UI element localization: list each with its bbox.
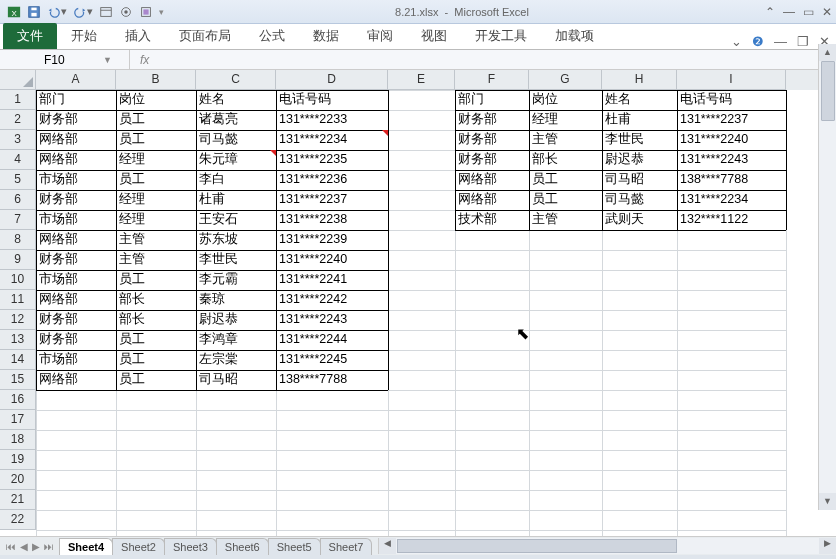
cell-A1[interactable]: 部门 xyxy=(36,90,116,110)
cell-C4[interactable]: 朱元璋 xyxy=(196,150,276,170)
cell-B8[interactable]: 主管 xyxy=(116,230,196,250)
tab-last-icon[interactable]: ⏭ xyxy=(44,541,54,552)
row-header-6[interactable]: 6 xyxy=(0,190,36,210)
cell-D13[interactable]: 131****2244 xyxy=(276,330,388,350)
horizontal-scrollbar[interactable]: ◀ ▶ xyxy=(378,538,836,554)
cell-C14[interactable]: 左宗棠 xyxy=(196,350,276,370)
row-header-9[interactable]: 9 xyxy=(0,250,36,270)
qat-icon-2[interactable] xyxy=(119,5,133,19)
cell-D14[interactable]: 131****2245 xyxy=(276,350,388,370)
cell-B10[interactable]: 员工 xyxy=(116,270,196,290)
tab-first-icon[interactable]: ⏮ xyxy=(6,541,16,552)
row-header-17[interactable]: 17 xyxy=(0,410,36,430)
qat-dropdown-icon[interactable]: ▾ xyxy=(159,7,164,17)
row-header-2[interactable]: 2 xyxy=(0,110,36,130)
row-header-10[interactable]: 10 xyxy=(0,270,36,290)
row-header-19[interactable]: 19 xyxy=(0,450,36,470)
cell-B9[interactable]: 主管 xyxy=(116,250,196,270)
vertical-scrollbar[interactable]: ▲ ▼ xyxy=(818,44,836,510)
cell-A4[interactable]: 网络部 xyxy=(36,150,116,170)
fx-icon[interactable]: fx xyxy=(140,53,149,67)
scroll-up-icon[interactable]: ▲ xyxy=(819,44,836,61)
cell-A7[interactable]: 市场部 xyxy=(36,210,116,230)
cell-D5[interactable]: 131****2236 xyxy=(276,170,388,190)
cell-B11[interactable]: 部长 xyxy=(116,290,196,310)
cell-D9[interactable]: 131****2240 xyxy=(276,250,388,270)
cell-G1[interactable]: 岗位 xyxy=(529,90,602,110)
save-icon[interactable] xyxy=(27,5,41,19)
cell-H1[interactable]: 姓名 xyxy=(602,90,677,110)
cell-A9[interactable]: 财务部 xyxy=(36,250,116,270)
sheet-tab-Sheet5[interactable]: Sheet5 xyxy=(268,538,321,555)
cell-A13[interactable]: 财务部 xyxy=(36,330,116,350)
ribbon-tab-4[interactable]: 数据 xyxy=(299,22,353,49)
cell-H2[interactable]: 杜甫 xyxy=(602,110,677,130)
cell-F7[interactable]: 技术部 xyxy=(455,210,529,230)
ribbon-tab-7[interactable]: 开发工具 xyxy=(461,22,541,49)
ribbon-tab-6[interactable]: 视图 xyxy=(407,22,461,49)
cell-B12[interactable]: 部长 xyxy=(116,310,196,330)
row-header-15[interactable]: 15 xyxy=(0,370,36,390)
col-header-H[interactable]: H xyxy=(602,70,677,90)
redo-icon[interactable]: ▾ xyxy=(73,5,93,19)
cell-A2[interactable]: 财务部 xyxy=(36,110,116,130)
cell-I5[interactable]: 138****7788 xyxy=(677,170,786,190)
cell-C13[interactable]: 李鸿章 xyxy=(196,330,276,350)
row-header-20[interactable]: 20 xyxy=(0,470,36,490)
sheet-tab-Sheet7[interactable]: Sheet7 xyxy=(320,538,373,555)
cell-C3[interactable]: 司马懿 xyxy=(196,130,276,150)
cell-C1[interactable]: 姓名 xyxy=(196,90,276,110)
ribbon-tab-8[interactable]: 加载项 xyxy=(541,22,608,49)
cell-C15[interactable]: 司马昭 xyxy=(196,370,276,390)
namebox-dropdown-icon[interactable]: ▼ xyxy=(100,55,115,65)
cell-B3[interactable]: 员工 xyxy=(116,130,196,150)
cell-C9[interactable]: 李世民 xyxy=(196,250,276,270)
cell-C8[interactable]: 苏东坡 xyxy=(196,230,276,250)
cell-A15[interactable]: 网络部 xyxy=(36,370,116,390)
row-header-11[interactable]: 11 xyxy=(0,290,36,310)
tab-next-icon[interactable]: ▶ xyxy=(32,541,40,552)
sheet-restore-icon[interactable]: ❐ xyxy=(797,34,809,49)
cell-H3[interactable]: 李世民 xyxy=(602,130,677,150)
row-header-4[interactable]: 4 xyxy=(0,150,36,170)
cell-F6[interactable]: 网络部 xyxy=(455,190,529,210)
cell-C2[interactable]: 诸葛亮 xyxy=(196,110,276,130)
ribbon-tab-3[interactable]: 公式 xyxy=(245,22,299,49)
cell-G4[interactable]: 部长 xyxy=(529,150,602,170)
cell-D12[interactable]: 131****2243 xyxy=(276,310,388,330)
cell-A8[interactable]: 网络部 xyxy=(36,230,116,250)
sheet-tab-Sheet4[interactable]: Sheet4 xyxy=(59,538,113,555)
cell-D15[interactable]: 138****7788 xyxy=(276,370,388,390)
col-header-E[interactable]: E xyxy=(388,70,455,90)
sheet-tab-Sheet3[interactable]: Sheet3 xyxy=(164,538,217,555)
cell-B5[interactable]: 员工 xyxy=(116,170,196,190)
row-header-16[interactable]: 16 xyxy=(0,390,36,410)
col-header-A[interactable]: A xyxy=(36,70,116,90)
row-header-21[interactable]: 21 xyxy=(0,490,36,510)
sheet-minimize-icon[interactable]: — xyxy=(774,34,787,49)
cell-D3[interactable]: 131****2234 xyxy=(276,130,388,150)
cell-G3[interactable]: 主管 xyxy=(529,130,602,150)
col-header-F[interactable]: F xyxy=(455,70,529,90)
cell-D7[interactable]: 131****2238 xyxy=(276,210,388,230)
sheet-tab-Sheet2[interactable]: Sheet2 xyxy=(112,538,165,555)
cell-F2[interactable]: 财务部 xyxy=(455,110,529,130)
cell-C5[interactable]: 李白 xyxy=(196,170,276,190)
cell-H5[interactable]: 司马昭 xyxy=(602,170,677,190)
row-header-18[interactable]: 18 xyxy=(0,430,36,450)
minimize-icon[interactable]: — xyxy=(783,5,795,19)
row-header-22[interactable]: 22 xyxy=(0,510,36,530)
col-header-D[interactable]: D xyxy=(276,70,388,90)
row-header-13[interactable]: 13 xyxy=(0,330,36,350)
cell-B13[interactable]: 员工 xyxy=(116,330,196,350)
file-tab[interactable]: 文件 xyxy=(3,23,57,49)
cell-D6[interactable]: 131****2237 xyxy=(276,190,388,210)
cell-B4[interactable]: 经理 xyxy=(116,150,196,170)
tab-prev-icon[interactable]: ◀ xyxy=(20,541,28,552)
cell-D1[interactable]: 电话号码 xyxy=(276,90,388,110)
ribbon-tab-2[interactable]: 页面布局 xyxy=(165,22,245,49)
row-header-5[interactable]: 5 xyxy=(0,170,36,190)
cell-I2[interactable]: 131****2237 xyxy=(677,110,786,130)
col-header-I[interactable]: I xyxy=(677,70,786,90)
cell-H6[interactable]: 司马懿 xyxy=(602,190,677,210)
